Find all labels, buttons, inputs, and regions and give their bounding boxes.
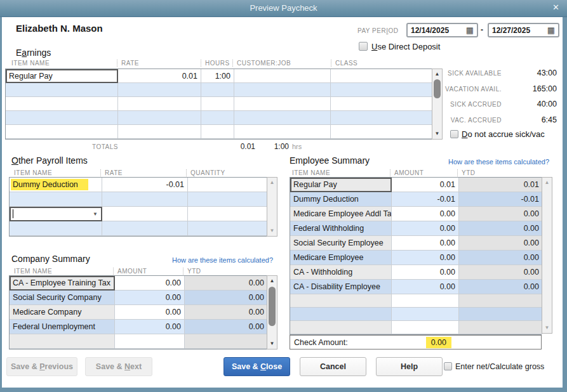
earnings-customer-job-cell[interactable] <box>234 83 331 97</box>
scroll-up-icon[interactable]: ▲ <box>542 178 552 187</box>
es-amount-cell[interactable]: 0.00 <box>392 221 459 236</box>
help-button[interactable]: Help <box>376 357 443 376</box>
scrollbar-thumb[interactable] <box>269 287 276 326</box>
es-amount-cell[interactable]: 0.00 <box>392 207 459 221</box>
save-close-button[interactable]: Save & Close <box>223 357 290 376</box>
es-amount-cell[interactable]: 0.00 <box>392 236 459 251</box>
earnings-class-cell[interactable] <box>331 69 432 83</box>
earnings-class-cell[interactable] <box>331 111 432 125</box>
calendar-icon[interactable]: ▦ <box>466 26 474 34</box>
es-ytd-cell: -0.01 <box>459 192 542 207</box>
opi-title-mn: O <box>11 155 18 166</box>
cs-amount-cell[interactable]: 0.00 <box>115 320 185 334</box>
earnings-hours-cell[interactable] <box>201 83 234 97</box>
enter-net-checkbox[interactable] <box>444 362 452 370</box>
pay-period-start-field[interactable]: 12/14/2025 ▦ <box>406 23 478 37</box>
scroll-down-icon[interactable]: ▼ <box>267 226 277 235</box>
scroll-down-icon[interactable]: ▼ <box>267 339 277 348</box>
earnings-hours-cell[interactable] <box>201 97 234 111</box>
es-amount-cell[interactable]: 0.00 <box>392 280 459 294</box>
earnings-item-cell[interactable] <box>6 125 118 139</box>
pay-period-end-field[interactable]: 12/27/2025 ▦ <box>488 23 559 37</box>
highlighted-item-text[interactable]: Dummy Deduction <box>11 179 88 190</box>
earnings-rate-cell[interactable]: 0.01 <box>118 69 201 83</box>
es-amount-cell[interactable] <box>392 294 459 308</box>
es-amount-cell[interactable]: 0.01 <box>392 178 459 192</box>
use-direct-deposit-checkbox[interactable] <box>359 42 368 51</box>
es-amount-cell[interactable]: 0.00 <box>392 251 459 265</box>
employee-summary-scrollbar[interactable]: ▲ ▼ <box>542 177 552 334</box>
save-next-pre: Save & <box>96 362 124 371</box>
es-amount-cell[interactable]: -0.01 <box>392 192 459 207</box>
earnings-customer-job-cell[interactable] <box>234 97 331 111</box>
cancel-button[interactable]: Cancel <box>300 357 366 376</box>
earnings-rate-cell[interactable] <box>118 97 201 111</box>
opi-quantity-cell[interactable] <box>188 207 267 221</box>
es-item-cell: Social Security Employee <box>290 236 392 251</box>
scroll-up-icon[interactable]: ▲ <box>267 277 277 285</box>
opi-item-cell[interactable] <box>10 221 102 236</box>
cs-amount-cell[interactable] <box>115 334 185 349</box>
earnings-item-cell[interactable]: Regular Pay <box>6 69 118 83</box>
enter-net-label[interactable]: Enter net/Calculate gross <box>455 362 544 371</box>
use-direct-deposit-label[interactable]: Use Direct Deposit <box>371 42 440 51</box>
earnings-customer-job-cell[interactable] <box>234 69 331 83</box>
save-previous-button[interactable]: Save & Previous <box>6 357 77 376</box>
pay-period-start-value[interactable]: 12/14/2025 <box>411 26 449 35</box>
save-next-button[interactable]: Save & Next <box>85 357 152 376</box>
text-cursor <box>13 209 13 218</box>
earnings-item-cell[interactable] <box>6 97 118 111</box>
earnings-hours-cell[interactable]: 1:00 <box>201 69 234 83</box>
earnings-rate-cell[interactable] <box>118 83 201 97</box>
earnings-title-post: rnings <box>27 48 51 58</box>
calendar-icon[interactable]: ▦ <box>547 26 555 34</box>
es-amount-cell[interactable] <box>392 308 459 321</box>
scroll-down-icon[interactable]: ▼ <box>432 129 442 138</box>
scroll-up-icon[interactable]: ▲ <box>267 178 277 187</box>
company-summary-scrollbar[interactable]: ▲ ▼ <box>267 275 277 350</box>
save-prev-mn: P <box>39 362 44 371</box>
earnings-class-cell[interactable] <box>331 125 432 139</box>
opi-scrollbar[interactable]: ▲ ▼ <box>267 177 277 237</box>
es-item-cell: Dummy Deduction <box>290 192 392 207</box>
chevron-down-icon[interactable]: ▼ <box>93 211 98 217</box>
do-not-accrue-checkbox[interactable] <box>450 130 458 138</box>
employee-summary-help-link[interactable]: How are these items calculated? <box>359 158 549 166</box>
cs-amount-cell[interactable]: 0.00 <box>115 305 185 320</box>
es-item-cell: Medicare Employee Addl Tax <box>290 207 392 221</box>
do-not-accrue-label[interactable]: Do not accrue sick/vac <box>462 129 545 139</box>
earnings-hours-cell[interactable] <box>201 125 234 139</box>
company-summary-help-link[interactable]: How are these items calculated? <box>114 256 273 264</box>
sick-accrued-value: 40:00 <box>508 100 557 108</box>
earnings-class-cell[interactable] <box>331 97 432 111</box>
title-bar: Preview Paycheck ✕ <box>0 0 567 17</box>
earnings-header-item-name: ITEM NAME <box>11 60 50 67</box>
earnings-customer-job-cell[interactable] <box>234 111 331 125</box>
es-header-item-name: ITEM NAME <box>292 169 330 176</box>
opi-rate-cell[interactable] <box>102 192 188 207</box>
earnings-rate-cell[interactable] <box>118 125 201 139</box>
other-payroll-items-table: Dummy Deduction -0.01 ▼ <box>9 177 267 237</box>
opi-quantity-cell[interactable] <box>188 192 267 207</box>
cs-amount-cell[interactable]: 0.00 <box>115 291 185 305</box>
opi-rate-cell[interactable] <box>102 207 188 221</box>
earnings-item-cell[interactable] <box>6 111 118 125</box>
earnings-rate-cell[interactable] <box>118 111 201 125</box>
earnings-customer-job-cell[interactable] <box>234 125 331 139</box>
es-amount-cell[interactable]: 0.00 <box>392 265 459 280</box>
opi-rate-cell[interactable] <box>102 221 188 236</box>
close-icon[interactable]: ✕ <box>552 3 559 12</box>
opi-rate-cell[interactable]: -0.01 <box>102 178 188 192</box>
es-amount-cell[interactable] <box>392 321 459 334</box>
opi-quantity-cell[interactable] <box>188 178 267 192</box>
earnings-item-cell[interactable] <box>6 83 118 97</box>
opi-item-cell[interactable] <box>10 192 102 207</box>
earnings-class-cell[interactable] <box>331 83 432 97</box>
cs-amount-cell[interactable]: 0.00 <box>115 276 185 291</box>
pay-period-end-value[interactable]: 12/27/2025 <box>492 26 530 35</box>
earnings-hours-cell[interactable] <box>201 111 234 125</box>
opi-item-cell[interactable]: Dummy Deduction <box>10 178 102 192</box>
opi-item-edit-cell[interactable]: ▼ <box>10 207 102 221</box>
scroll-down-icon[interactable]: ▼ <box>542 323 552 332</box>
opi-quantity-cell[interactable] <box>188 221 267 236</box>
